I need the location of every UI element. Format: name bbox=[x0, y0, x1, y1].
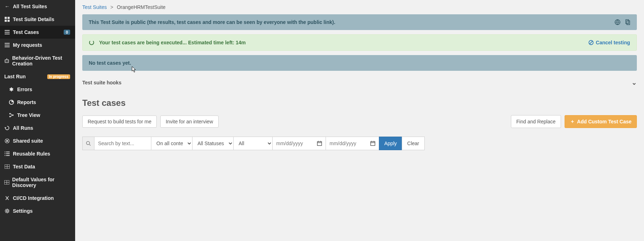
clear-button[interactable]: Clear bbox=[402, 137, 424, 150]
calendar-icon bbox=[317, 141, 322, 146]
status-select[interactable]: All Statuses bbox=[192, 137, 234, 150]
sidebar-item-label: My requests bbox=[13, 42, 42, 48]
test-cases-button-row: Request to build tests for me Invite for… bbox=[82, 115, 637, 128]
svg-rect-8 bbox=[5, 45, 10, 45]
sidebar-item-label: Last Run bbox=[4, 74, 26, 79]
date-placeholder: mm/dd/yyyy bbox=[330, 141, 356, 146]
alert-text: This Test Suite is public (the results, … bbox=[89, 19, 335, 25]
sidebar-item-test-cases[interactable]: Test Cases 0 bbox=[0, 26, 75, 39]
chevron-down-icon[interactable]: ⌄ bbox=[631, 79, 637, 87]
date-from-input[interactable]: mm/dd/yyyy bbox=[272, 137, 326, 150]
sidebar-item-errors[interactable]: ✱ Errors bbox=[0, 83, 75, 96]
svg-rect-4 bbox=[5, 30, 10, 31]
svg-rect-9 bbox=[5, 46, 10, 47]
svg-rect-39 bbox=[317, 142, 322, 146]
svg-point-15 bbox=[9, 113, 11, 114]
sidebar-item-label: Tree View bbox=[17, 112, 40, 118]
date-placeholder: mm/dd/yyyy bbox=[276, 141, 303, 146]
calendar-icon bbox=[370, 141, 375, 146]
breadcrumb-root-link[interactable]: Test Suites bbox=[82, 4, 107, 10]
sidebar-item-all-runs[interactable]: All Runs bbox=[0, 122, 75, 134]
invite-interview-button[interactable]: Invite for an interview bbox=[160, 115, 218, 128]
svg-rect-3 bbox=[8, 20, 10, 22]
hooks-title: Test suite hooks bbox=[82, 80, 121, 85]
svg-point-31 bbox=[6, 210, 8, 212]
content-select[interactable]: On all content bbox=[151, 137, 192, 150]
sidebar-item-label: Shared suite bbox=[13, 138, 43, 144]
svg-rect-6 bbox=[5, 34, 10, 34]
svg-point-12 bbox=[7, 61, 8, 62]
cancel-icon bbox=[589, 40, 594, 45]
svg-rect-1 bbox=[8, 17, 10, 19]
merge-icon bbox=[4, 196, 10, 201]
pie-chart-icon bbox=[9, 100, 14, 105]
sidebar-item-all-suites[interactable]: ← All Test Suites bbox=[0, 0, 75, 13]
public-suite-alert: This Test Suite is public (the results, … bbox=[82, 14, 637, 30]
table-icon bbox=[4, 180, 9, 185]
history-icon bbox=[4, 126, 10, 131]
sidebar-item-default-values[interactable]: Default Values for Discovery bbox=[0, 173, 75, 192]
sidebar-item-suite-details[interactable]: Test Suite Details bbox=[0, 13, 75, 26]
copy-icon[interactable] bbox=[625, 19, 630, 25]
search-input[interactable] bbox=[94, 137, 151, 150]
svg-point-11 bbox=[6, 61, 6, 62]
search-icon bbox=[82, 137, 94, 150]
add-custom-label: Add Custom Test Case bbox=[577, 119, 631, 124]
sidebar-item-test-data[interactable]: Test Data bbox=[0, 160, 75, 173]
tree-icon bbox=[9, 113, 14, 118]
sidebar-item-label: Default Values for Discovery bbox=[12, 177, 72, 188]
sidebar-item-label: Reusable Rules bbox=[13, 151, 50, 157]
share-icon bbox=[4, 138, 10, 143]
main-content: Test Suites > OrangeHRMTestSuite This Te… bbox=[75, 0, 644, 241]
all-select[interactable]: All bbox=[233, 137, 273, 150]
list-icon bbox=[4, 30, 10, 34]
hamburger-icon bbox=[4, 43, 10, 47]
no-cases-alert: No test cases yet. bbox=[82, 55, 637, 71]
list-ol-icon bbox=[4, 152, 10, 156]
date-to-input[interactable]: mm/dd/yyyy bbox=[326, 137, 379, 150]
executing-alert: Your test cases are being executed... Es… bbox=[82, 34, 637, 51]
test-cases-heading: Test cases bbox=[82, 98, 637, 108]
table-icon bbox=[4, 164, 10, 169]
sidebar-item-last-run[interactable]: Last Run In progress bbox=[0, 70, 75, 83]
sidebar-item-shared-suite[interactable]: Shared suite bbox=[0, 134, 75, 147]
spinner-icon bbox=[89, 40, 94, 45]
request-build-button[interactable]: Request to build tests for me bbox=[82, 115, 157, 128]
sidebar-item-label: Reports bbox=[17, 99, 36, 105]
sidebar: ← All Test Suites Test Suite Details Tes… bbox=[0, 0, 75, 241]
grid-icon bbox=[4, 17, 10, 22]
alert-text: Your test cases are being executed... Es… bbox=[99, 40, 246, 45]
plus-icon: ＋ bbox=[570, 118, 575, 125]
sidebar-item-label: Settings bbox=[13, 208, 33, 214]
svg-rect-23 bbox=[5, 153, 5, 154]
sidebar-item-label: Errors bbox=[17, 87, 32, 92]
breadcrumb: Test Suites > OrangeHRMTestSuite bbox=[82, 0, 637, 14]
svg-rect-43 bbox=[371, 142, 375, 146]
sidebar-item-reports[interactable]: Reports bbox=[0, 96, 75, 109]
sidebar-item-label: Test Suite Details bbox=[13, 16, 54, 22]
sidebar-item-label: All Test Suites bbox=[13, 4, 47, 9]
sidebar-item-cicd[interactable]: CI/CD Integration bbox=[0, 192, 75, 205]
svg-point-17 bbox=[9, 116, 11, 117]
cancel-testing-label: Cancel testing bbox=[596, 40, 630, 45]
sidebar-item-label: CI/CD Integration bbox=[13, 195, 54, 201]
svg-rect-19 bbox=[6, 152, 10, 152]
sidebar-item-reusable-rules[interactable]: Reusable Rules bbox=[0, 147, 75, 160]
globe-icon[interactable] bbox=[615, 19, 620, 25]
sidebar-item-settings[interactable]: Settings bbox=[0, 205, 75, 217]
svg-rect-10 bbox=[5, 60, 9, 63]
sidebar-item-behavior-driven[interactable]: Behavior-Driven Test Creation bbox=[0, 51, 75, 70]
svg-rect-7 bbox=[5, 43, 10, 44]
sidebar-item-label: Test Cases bbox=[13, 29, 39, 35]
svg-rect-0 bbox=[5, 17, 7, 19]
svg-point-37 bbox=[87, 142, 90, 145]
last-run-badge: In progress bbox=[47, 74, 70, 79]
apply-button[interactable]: Apply bbox=[379, 137, 402, 150]
breadcrumb-separator: > bbox=[110, 4, 113, 10]
sidebar-item-tree-view[interactable]: Tree View bbox=[0, 109, 75, 122]
test-suite-hooks-header[interactable]: Test suite hooks ⌄ bbox=[82, 75, 637, 88]
add-custom-test-case-button[interactable]: ＋ Add Custom Test Case bbox=[565, 115, 637, 128]
sidebar-item-my-requests[interactable]: My requests bbox=[0, 39, 75, 51]
find-replace-button[interactable]: Find and Replace bbox=[511, 115, 561, 128]
cancel-testing-link[interactable]: Cancel testing bbox=[589, 40, 630, 45]
